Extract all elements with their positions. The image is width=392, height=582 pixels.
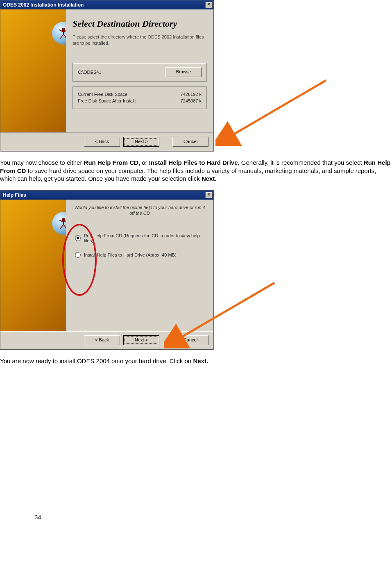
next-button[interactable]: Next > [123, 335, 159, 345]
step-instruction: Please select the directory where the OD… [73, 34, 207, 46]
annotation-arrow-icon [215, 76, 334, 146]
instruction-paragraph-2: You are now ready to install ODES 2004 o… [0, 357, 391, 365]
step-prompt: Would you like to install the online hel… [73, 205, 207, 216]
close-icon[interactable]: × [205, 192, 213, 198]
install-path: C:\ODES41 [78, 70, 162, 75]
path-panel: C:\ODES41 Browse [73, 63, 207, 82]
dialog-select-destination: ODES 2002 Installation Installation × OD… [0, 0, 214, 151]
radio-icon [75, 252, 81, 258]
dialog-help-files: Help Files × ODES 2002 [0, 190, 214, 350]
disk-space-panel: Current Free Disk Space: 7426192 k Free … [73, 86, 207, 109]
step-heading: Select Destination Directory [73, 18, 207, 29]
current-free-value: 7426192 k [181, 91, 202, 98]
instruction-paragraph-1: You may now choose to either Run Help Fr… [0, 159, 391, 183]
wizard-sidebar: ODES 2002 [0, 9, 66, 132]
browse-button[interactable]: Browse [165, 67, 202, 77]
wizard-sidebar: ODES 2002 [0, 200, 66, 331]
current-free-label: Current Free Disk Space: [78, 91, 129, 98]
close-icon[interactable]: × [205, 2, 213, 8]
next-button[interactable]: Next > [123, 137, 159, 147]
radio-icon [75, 235, 81, 241]
titlebar: Help Files × [0, 191, 213, 200]
cancel-button[interactable]: Cancel [172, 137, 208, 147]
odes-logo-icon [52, 212, 66, 235]
radio-label: Run Help From CD (Requires the CD in ord… [84, 233, 207, 243]
after-install-label: Free Disk Space After Install: [78, 98, 136, 105]
sidebar-brand-text: ODES 2002 [0, 56, 2, 128]
help-source-radio-group: Run Help From CD (Requires the CD in ord… [73, 227, 207, 267]
radio-label: Install Help Files to Hard Drive (Aprox.… [84, 252, 177, 257]
odes-logo-icon [52, 22, 66, 45]
window-title: Help Files [3, 192, 26, 198]
back-button[interactable]: < Back [84, 137, 120, 147]
cancel-button[interactable]: Cancel [172, 335, 208, 345]
back-button[interactable]: < Back [84, 335, 120, 345]
radio-install-to-drive[interactable]: Install Help Files to Hard Drive (Aprox.… [75, 252, 207, 258]
svg-line-2 [228, 80, 326, 138]
page-number: 34 [34, 514, 41, 521]
dialog-button-row: < Back Next > Cancel [0, 132, 213, 151]
titlebar: ODES 2002 Installation Installation × [0, 0, 213, 9]
sidebar-brand-text: ODES 2002 [0, 254, 2, 326]
window-title: ODES 2002 Installation Installation [3, 2, 84, 8]
after-install-value: 7245087 k [181, 98, 202, 105]
dialog-button-row: < Back Next > Cancel [0, 331, 213, 349]
radio-run-from-cd[interactable]: Run Help From CD (Requires the CD in ord… [75, 233, 207, 243]
